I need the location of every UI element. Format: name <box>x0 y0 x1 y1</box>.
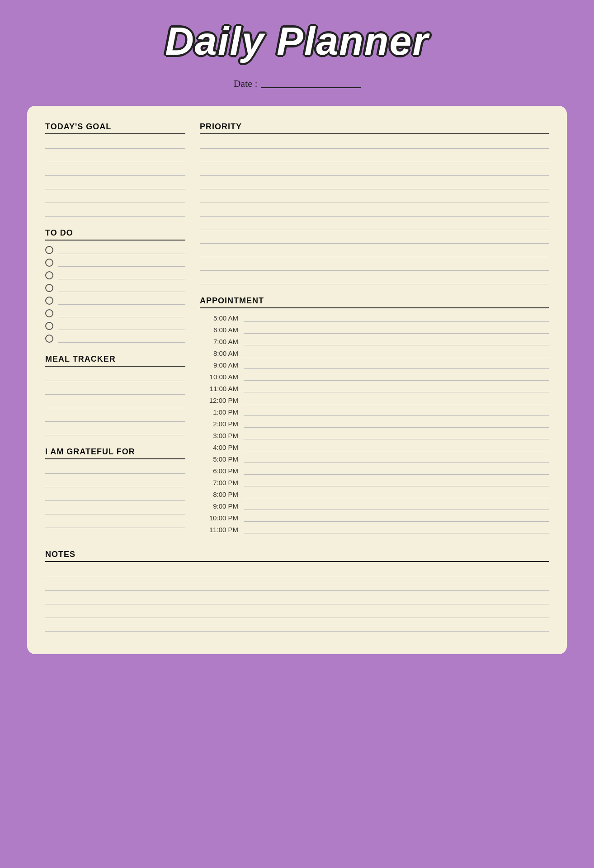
notes-line[interactable] <box>45 568 549 577</box>
priority-line[interactable] <box>200 221 549 230</box>
meal-lines <box>45 372 185 435</box>
meal-line[interactable] <box>45 386 185 395</box>
grateful-line[interactable] <box>45 478 185 487</box>
priority-section: PRIORITY <box>200 122 549 289</box>
goal-line[interactable] <box>45 208 185 217</box>
todo-item[interactable] <box>45 246 185 254</box>
appointment-text-line[interactable] <box>244 514 549 522</box>
priority-line[interactable] <box>200 275 549 284</box>
appointment-text-line[interactable] <box>244 455 549 463</box>
appointment-text-line[interactable] <box>244 373 549 381</box>
priority-line[interactable] <box>200 167 549 176</box>
priority-line[interactable] <box>200 140 549 149</box>
notes-line[interactable] <box>45 623 549 632</box>
grateful-line[interactable] <box>45 465 185 474</box>
goal-line[interactable] <box>45 153 185 162</box>
appointment-row: 5:00 PM <box>200 455 549 463</box>
appointment-row: 4:00 PM <box>200 443 549 451</box>
appointment-text-line[interactable] <box>244 525 549 533</box>
todo-text-line[interactable] <box>58 259 185 267</box>
appointment-text-line[interactable] <box>244 490 549 498</box>
appointment-row: 8:00 AM <box>200 349 549 357</box>
priority-line[interactable] <box>200 262 549 271</box>
appointment-text-line[interactable] <box>244 326 549 334</box>
top-section: TODAY'S GOAL TO DO MEAL TRACKER I AM GRA… <box>45 122 549 537</box>
appointment-text-line[interactable] <box>244 361 549 369</box>
appointment-text-line[interactable] <box>244 467 549 475</box>
appointment-row: 10:00 AM <box>200 373 549 381</box>
todo-item[interactable] <box>45 259 185 267</box>
appointment-text-line[interactable] <box>244 408 549 416</box>
todo-item[interactable] <box>45 297 185 305</box>
date-row: Date : <box>233 78 360 90</box>
todo-text-line[interactable] <box>58 309 185 317</box>
appointment-text-line[interactable] <box>244 384 549 392</box>
todo-text-line[interactable] <box>58 335 185 343</box>
todo-circle[interactable] <box>45 271 53 279</box>
meal-line[interactable] <box>45 372 185 381</box>
goal-line[interactable] <box>45 194 185 203</box>
todo-circle[interactable] <box>45 284 53 292</box>
goal-line[interactable] <box>45 180 185 189</box>
todo-circle[interactable] <box>45 259 53 267</box>
todo-text-line[interactable] <box>58 284 185 292</box>
todo-text-line[interactable] <box>58 322 185 330</box>
todo-item[interactable] <box>45 284 185 292</box>
todo-item[interactable] <box>45 335 185 343</box>
appointment-row: 8:00 PM <box>200 490 549 498</box>
left-column: TODAY'S GOAL TO DO MEAL TRACKER I AM GRA… <box>45 122 185 537</box>
appointment-text-line[interactable] <box>244 314 549 322</box>
todo-items <box>45 246 185 343</box>
todo-circle[interactable] <box>45 322 53 330</box>
grateful-line[interactable] <box>45 519 185 528</box>
todo-text-line[interactable] <box>58 246 185 254</box>
goal-line[interactable] <box>45 167 185 176</box>
todo-circle[interactable] <box>45 297 53 305</box>
appointment-text-line[interactable] <box>244 478 549 486</box>
appointment-text-line[interactable] <box>244 337 549 345</box>
appointment-text-line[interactable] <box>244 420 549 428</box>
meal-line[interactable] <box>45 413 185 422</box>
appointment-row: 9:00 PM <box>200 502 549 510</box>
todo-item[interactable] <box>45 271 185 279</box>
appointment-row: 7:00 PM <box>200 478 549 486</box>
page-title: Daily Planner <box>165 18 429 64</box>
appointment-row: 9:00 AM <box>200 361 549 369</box>
priority-line[interactable] <box>200 194 549 203</box>
todo-circle[interactable] <box>45 335 53 343</box>
date-input-line[interactable] <box>261 79 361 88</box>
grateful-line[interactable] <box>45 505 185 514</box>
priority-line[interactable] <box>200 208 549 217</box>
todo-item[interactable] <box>45 322 185 330</box>
notes-line[interactable] <box>45 595 549 604</box>
appointment-row: 3:00 PM <box>200 431 549 439</box>
appointment-time-label: 10:00 PM <box>200 514 238 522</box>
appointment-text-line[interactable] <box>244 396 549 404</box>
todo-text-line[interactable] <box>58 271 185 279</box>
appointment-text-line[interactable] <box>244 431 549 439</box>
priority-line[interactable] <box>200 180 549 189</box>
appointment-text-line[interactable] <box>244 502 549 510</box>
grateful-lines <box>45 465 185 528</box>
meal-line[interactable] <box>45 399 185 408</box>
priority-line[interactable] <box>200 248 549 257</box>
todo-text-line[interactable] <box>58 297 185 305</box>
todo-circle[interactable] <box>45 309 53 317</box>
grateful-line[interactable] <box>45 492 185 501</box>
meal-line[interactable] <box>45 426 185 435</box>
todays-goal-header: TODAY'S GOAL <box>45 122 185 134</box>
appointment-text-line[interactable] <box>244 349 549 357</box>
notes-line[interactable] <box>45 582 549 591</box>
priority-line[interactable] <box>200 153 549 162</box>
notes-line[interactable] <box>45 609 549 618</box>
todo-section: TO DO <box>45 228 185 347</box>
appointment-row: 10:00 PM <box>200 514 549 522</box>
priority-line[interactable] <box>200 235 549 244</box>
goal-line[interactable] <box>45 140 185 149</box>
appointment-row: 5:00 AM <box>200 314 549 322</box>
priority-header: PRIORITY <box>200 122 549 134</box>
todo-item[interactable] <box>45 309 185 317</box>
appointment-text-line[interactable] <box>244 443 549 451</box>
appointment-time-label: 9:00 PM <box>200 502 238 510</box>
todo-circle[interactable] <box>45 246 53 254</box>
